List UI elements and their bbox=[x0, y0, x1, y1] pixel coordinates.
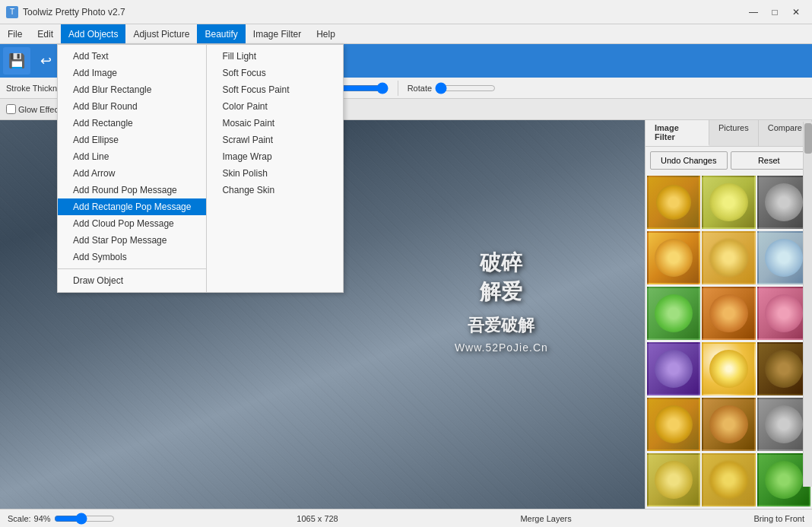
menu-scrawl-paint[interactable]: Scrawl Paint bbox=[207, 132, 343, 148]
rotate-group: Rotate bbox=[408, 83, 496, 94]
add-objects-dropdown: Add Text Add Image Add Blur Rectangle Ad… bbox=[57, 44, 344, 293]
thumbnail-1[interactable] bbox=[647, 176, 700, 229]
glow-effect-label: Glow Effect bbox=[18, 105, 61, 114]
thumbnail-16[interactable] bbox=[647, 453, 700, 506]
thumbnail-14[interactable] bbox=[702, 398, 755, 451]
panel-actions: Undo Changes Reset bbox=[645, 147, 812, 174]
save-button[interactable]: 💾 bbox=[3, 47, 30, 75]
thumbnail-8[interactable] bbox=[702, 287, 755, 340]
menu-add-blur-round[interactable]: Add Blur Round bbox=[58, 98, 206, 115]
menu-change-skin[interactable]: Change Skin bbox=[207, 182, 343, 198]
glow-effect-group: Glow Effect bbox=[6, 104, 61, 114]
menubar: File Edit Add Objects Adjust Picture Bea… bbox=[0, 24, 812, 44]
minimize-button[interactable]: — bbox=[744, 5, 763, 20]
menu-add-line[interactable]: Add Line bbox=[58, 148, 206, 165]
scale-value: 94% bbox=[34, 514, 51, 523]
right-panel: Image Filter Pictures Compare Undo Chang… bbox=[645, 120, 812, 509]
menu-add-ellipse[interactable]: Add Ellipse bbox=[58, 132, 206, 148]
scrollbar[interactable] bbox=[803, 122, 812, 487]
menu-image-wrap[interactable]: Image Wrap bbox=[207, 148, 343, 165]
menu-add-text[interactable]: Add Text bbox=[58, 48, 206, 65]
menu-skin-polish[interactable]: Skin Polish bbox=[207, 165, 343, 182]
thumbnail-4[interactable] bbox=[647, 231, 700, 284]
menu-add-star-pop[interactable]: Add Star Pop Message bbox=[58, 232, 206, 249]
thumbnail-17[interactable] bbox=[702, 453, 755, 506]
menu-add-objects[interactable]: Add Objects bbox=[61, 24, 125, 43]
tab-image-filter[interactable]: Image Filter bbox=[645, 120, 709, 146]
menu-mosaic-paint[interactable]: Mosaic Paint bbox=[207, 115, 343, 132]
menu-image-filter[interactable]: Image Filter bbox=[246, 24, 309, 43]
thumbnail-10[interactable] bbox=[647, 342, 700, 395]
app-icon: T bbox=[6, 6, 18, 18]
close-button[interactable]: ✕ bbox=[786, 5, 806, 20]
panel-tabs: Image Filter Pictures Compare bbox=[645, 120, 812, 147]
titlebar: T Toolwiz Pretty Photo v2.7 — □ ✕ bbox=[0, 0, 812, 24]
menu-edit[interactable]: Edit bbox=[30, 24, 61, 43]
menu-add-image[interactable]: Add Image bbox=[58, 65, 206, 81]
scrollbar-thumb[interactable] bbox=[804, 123, 812, 154]
thumbnail-5[interactable] bbox=[702, 231, 755, 284]
menu-add-rectangle[interactable]: Add Rectangle bbox=[58, 115, 206, 132]
canvas-overlay-text: 破碎解爱 吾爱破解 Www.52PoJie.Cn bbox=[455, 249, 548, 354]
thumbnails-grid bbox=[645, 174, 812, 509]
menu-fill-light[interactable]: Fill Light bbox=[207, 48, 343, 65]
menu-add-arrow[interactable]: Add Arrow bbox=[58, 165, 206, 182]
thumbnail-11[interactable] bbox=[702, 342, 755, 395]
rotate-label: Rotate bbox=[408, 84, 432, 93]
menu-separator bbox=[58, 268, 206, 269]
thumbnail-7[interactable] bbox=[647, 287, 700, 340]
window-title: Toolwiz Pretty Photo v2.7 bbox=[23, 7, 744, 17]
tab-pictures[interactable]: Pictures bbox=[709, 120, 759, 146]
undo-changes-button[interactable]: Undo Changes bbox=[650, 151, 728, 170]
add-objects-col: Add Text Add Image Add Blur Rectangle Ad… bbox=[58, 45, 206, 292]
reset-button[interactable]: Reset bbox=[731, 151, 808, 170]
statusbar: Scale: 94% 1065 x 728 Merge Layers Bring… bbox=[0, 509, 812, 527]
menu-draw-object[interactable]: Draw Object bbox=[58, 272, 206, 289]
glow-effect-checkbox[interactable] bbox=[6, 104, 16, 114]
menu-soft-focus[interactable]: Soft Focus bbox=[207, 65, 343, 81]
menu-adjust-picture[interactable]: Adjust Picture bbox=[125, 24, 197, 43]
thumbnail-13[interactable] bbox=[647, 398, 700, 451]
undo-button[interactable]: ↩ bbox=[32, 47, 59, 75]
scale-slider[interactable] bbox=[54, 514, 115, 523]
merge-layers-button[interactable]: Merge Layers bbox=[520, 514, 571, 523]
bring-to-front-button[interactable]: Bring to Front bbox=[753, 514, 804, 523]
beautify-col: Fill Light Soft Focus Soft Focus Paint C… bbox=[206, 45, 343, 292]
menu-soft-focus-paint[interactable]: Soft Focus Paint bbox=[207, 81, 343, 98]
dimensions-label: 1065 x 728 bbox=[297, 514, 338, 523]
menu-add-rect-pop[interactable]: Add Rectangle Pop Message bbox=[58, 198, 206, 215]
scale-item: Scale: 94% bbox=[8, 514, 115, 523]
menu-file[interactable]: File bbox=[0, 24, 30, 43]
opt-sep-3 bbox=[398, 81, 398, 96]
menu-color-paint[interactable]: Color Paint bbox=[207, 98, 343, 115]
menu-beautify[interactable]: Beautify bbox=[197, 24, 245, 43]
thumbnail-2[interactable] bbox=[702, 176, 755, 229]
scale-label: Scale: bbox=[8, 514, 31, 523]
rotate-slider[interactable] bbox=[435, 83, 496, 94]
menu-add-symbols[interactable]: Add Symbols bbox=[58, 249, 206, 265]
maximize-button[interactable]: □ bbox=[765, 5, 785, 20]
menu-help[interactable]: Help bbox=[309, 24, 343, 43]
menu-add-cloud-pop[interactable]: Add Cloud Pop Message bbox=[58, 215, 206, 232]
menu-add-round-pop[interactable]: Add Round Pop Message bbox=[58, 182, 206, 198]
menu-add-blur-rect[interactable]: Add Blur Rectangle bbox=[58, 81, 206, 98]
